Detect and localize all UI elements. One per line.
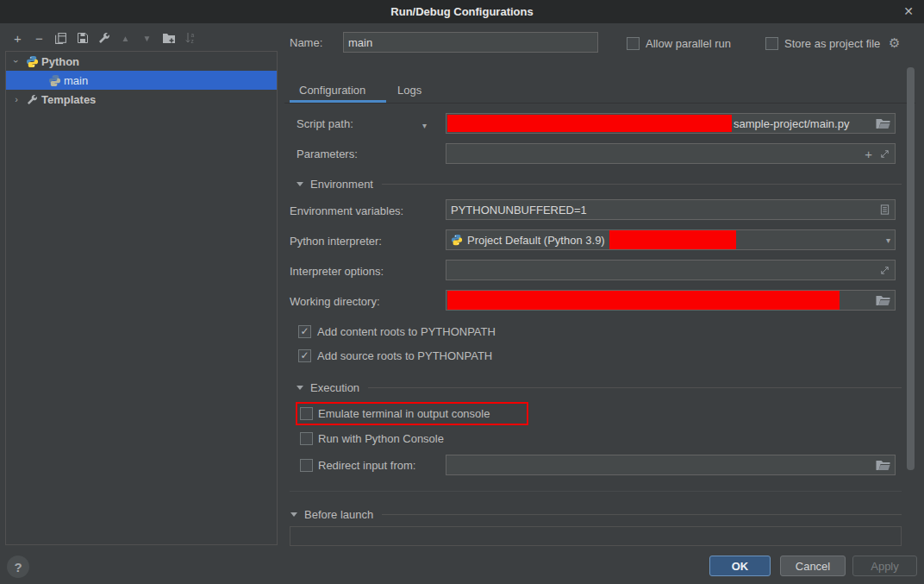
gear-icon[interactable]: ⚙ [889, 35, 900, 51]
tree-item-python[interactable]: › Python [6, 52, 277, 71]
working-directory-label: Working directory: [290, 295, 380, 308]
name-input[interactable]: main [343, 32, 598, 53]
before-launch-task-list[interactable] [290, 526, 902, 546]
arrow-down-icon: ▼ [143, 34, 152, 43]
svg-text:z: z [190, 38, 193, 44]
tree-item-label: main [64, 74, 88, 87]
run-with-python-console-label: Run with Python Console [318, 432, 444, 445]
copy-configuration-button[interactable] [50, 28, 72, 48]
close-icon[interactable]: ✕ [903, 4, 914, 18]
apply-button-label: Apply [871, 560, 899, 573]
vertical-scrollbar[interactable] [907, 67, 915, 470]
store-as-project-file-label: Store as project file [784, 37, 880, 50]
move-up-button[interactable]: ▲ [115, 28, 136, 48]
allow-parallel-run-checkbox[interactable] [627, 37, 640, 50]
interpreter-options-input[interactable] [446, 260, 896, 280]
add-content-roots-checkbox[interactable]: ✓ [298, 325, 311, 338]
run-debug-configurations-dialog: Run/Debug Configurations ✕ + − ▲ ▼ az › … [0, 0, 924, 584]
script-path-input[interactable]: sample-project/main.py [446, 113, 896, 134]
redirect-input-checkbox[interactable] [300, 459, 313, 472]
help-button[interactable]: ? [7, 556, 29, 578]
tree-item-templates[interactable]: › Templates [6, 90, 277, 109]
python-icon [451, 234, 463, 246]
configurations-tree: › Python main › Templates [5, 51, 278, 545]
python-interpreter-label: Python interpreter: [290, 235, 382, 248]
minus-icon: − [35, 31, 43, 46]
python-interpreter-select[interactable]: Project Default (Python 3.9) ▾ [446, 229, 896, 250]
save-icon [77, 32, 89, 44]
chevron-collapsed-icon[interactable]: › [11, 94, 22, 104]
working-directory-input[interactable] [446, 290, 896, 311]
title-bar: Run/Debug Configurations ✕ [0, 0, 924, 23]
move-down-button[interactable]: ▼ [136, 28, 158, 48]
wrench-icon [25, 92, 39, 106]
environment-variables-value: PYTHONUNBUFFERED=1 [451, 204, 587, 217]
environment-variables-input[interactable]: PYTHONUNBUFFERED=1 [446, 199, 896, 220]
interpreter-dropdown-icon[interactable]: ▾ [886, 235, 890, 245]
execution-section-title: Execution [310, 381, 359, 394]
section-divider [368, 387, 902, 388]
cancel-button[interactable]: Cancel [780, 556, 846, 576]
ok-button-label: OK [732, 560, 749, 573]
section-collapse-icon [297, 182, 303, 186]
remove-configuration-button[interactable]: − [28, 28, 50, 48]
help-icon: ? [14, 560, 22, 575]
sort-alphabetically-icon: az [184, 32, 197, 44]
copy-icon [54, 32, 67, 45]
run-with-python-console-checkbox[interactable] [300, 432, 313, 445]
parameters-input[interactable]: + [446, 143, 896, 164]
before-launch-section-header[interactable]: Before launch [290, 508, 902, 521]
redirect-input-field[interactable] [446, 455, 896, 475]
browse-folder-icon[interactable] [876, 117, 890, 129]
ok-button[interactable]: OK [709, 556, 771, 576]
before-launch-section-title: Before launch [304, 508, 373, 521]
add-source-roots-label: Add source roots to PYTHONPATH [317, 349, 492, 362]
expand-field-icon[interactable] [879, 265, 890, 276]
browse-folder-icon[interactable] [876, 294, 890, 306]
name-label: Name: [290, 36, 322, 49]
browse-folder-icon[interactable] [876, 459, 890, 471]
save-configuration-button[interactable] [72, 28, 93, 48]
tree-item-label: Python [41, 55, 79, 68]
check-icon: ✓ [300, 325, 309, 337]
tab-logs[interactable]: Logs [397, 84, 421, 97]
plus-icon: + [14, 31, 22, 46]
new-folder-button[interactable] [158, 28, 179, 48]
add-content-roots-label: Add content roots to PYTHONPATH [317, 325, 496, 338]
content-separator [290, 491, 902, 492]
section-collapse-icon [297, 386, 303, 390]
wrench-icon [98, 32, 110, 44]
environment-variables-label: Environment variables: [290, 204, 403, 217]
execution-section-header[interactable]: Execution [297, 381, 902, 394]
python-icon [47, 73, 61, 87]
apply-button[interactable]: Apply [852, 556, 917, 576]
sort-configurations-button[interactable]: az [179, 28, 201, 48]
redirect-input-label: Redirect input from: [318, 459, 415, 472]
edit-templates-button[interactable] [93, 28, 115, 48]
dialog-title: Run/Debug Configurations [390, 5, 533, 18]
python-icon [25, 54, 39, 68]
parameters-label: Parameters: [297, 148, 358, 160]
add-macro-icon[interactable]: + [865, 147, 872, 161]
edit-variables-icon[interactable] [879, 204, 890, 216]
svg-text:a: a [190, 32, 194, 38]
tree-item-label: Templates [41, 93, 96, 106]
add-source-roots-checkbox[interactable]: ✓ [298, 349, 311, 362]
section-divider [382, 514, 902, 515]
section-collapse-icon [290, 512, 297, 517]
arrow-up-icon: ▲ [122, 34, 130, 43]
tab-configuration[interactable]: Configuration [299, 84, 365, 97]
store-as-project-file-checkbox[interactable] [765, 37, 778, 50]
new-folder-icon [162, 32, 176, 44]
check-icon: ✓ [300, 349, 309, 361]
add-configuration-button[interactable]: + [7, 28, 28, 48]
interpreter-options-label: Interpreter options: [290, 265, 384, 278]
section-divider [382, 184, 902, 185]
emulate-terminal-checkbox[interactable] [300, 407, 313, 420]
redaction-bar [447, 115, 732, 132]
expand-field-icon[interactable] [879, 148, 890, 160]
chevron-expanded-icon[interactable]: › [11, 56, 22, 66]
script-path-dropdown-icon[interactable]: ▾ [422, 121, 427, 130]
environment-section-header[interactable]: Environment [297, 178, 902, 191]
tree-item-main[interactable]: main [6, 71, 277, 90]
